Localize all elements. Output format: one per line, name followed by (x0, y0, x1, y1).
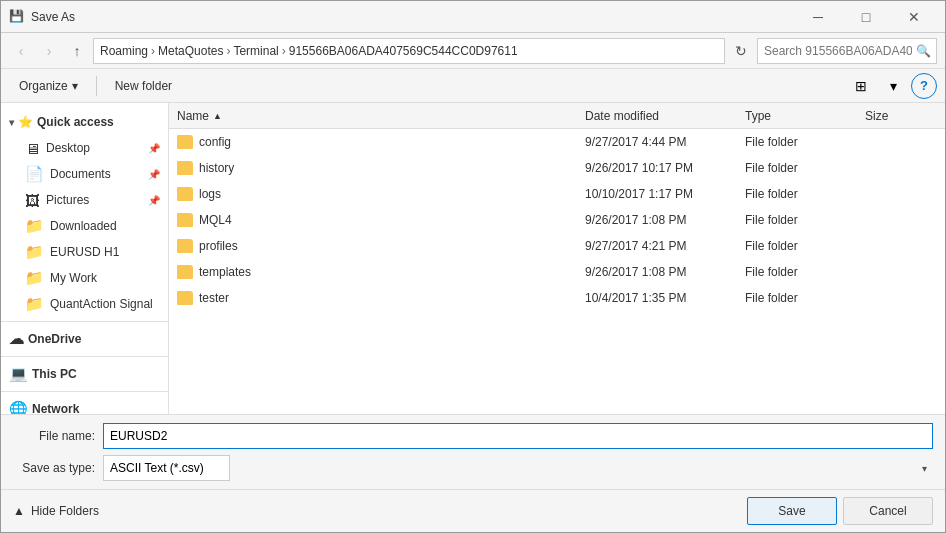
sidebar-item-thispc[interactable]: 💻 This PC (1, 361, 168, 387)
file-name-cell: tester (173, 291, 581, 305)
desktop-icon: 🖥 (25, 140, 40, 157)
sidebar-item-downloaded[interactable]: 📁 Downloaded (1, 213, 168, 239)
cancel-label: Cancel (869, 504, 906, 518)
quick-access-icon: ⭐ (18, 115, 33, 129)
table-row[interactable]: history 9/26/2017 10:17 PM File folder (169, 155, 945, 181)
quantaction-icon: 📁 (25, 295, 44, 313)
path-segment-metaquotes[interactable]: MetaQuotes (158, 44, 223, 58)
table-row[interactable]: config 9/27/2017 4:44 PM File folder (169, 129, 945, 155)
close-button[interactable]: ✕ (891, 3, 937, 31)
table-row[interactable]: templates 9/26/2017 1:08 PM File folder (169, 259, 945, 285)
pictures-icon: 🖼 (25, 192, 40, 209)
sidebar-divider-1 (1, 321, 168, 322)
filetype-select[interactable]: ASCII Text (*.csv) (103, 455, 230, 481)
folder-icon (177, 265, 193, 279)
downloaded-label: Downloaded (50, 219, 117, 233)
file-list-area: Name ▲ Date modified Type Size config (169, 103, 945, 414)
title-bar: 💾 Save As ─ □ ✕ (1, 1, 945, 33)
col-header-size[interactable]: Size (861, 103, 941, 128)
sidebar-item-network[interactable]: 🌐 Network (1, 396, 168, 414)
dialog-icon: 💾 (9, 9, 25, 25)
sidebar-item-eurusd[interactable]: 📁 EURUSD H1 (1, 239, 168, 265)
up-button[interactable]: ↑ (65, 39, 89, 63)
pictures-pin-icon: 📌 (148, 195, 160, 206)
folder-icon (177, 213, 193, 227)
file-name-cell: logs (173, 187, 581, 201)
sidebar-divider-2 (1, 356, 168, 357)
file-type-cell: File folder (741, 265, 861, 279)
sidebar-item-onedrive[interactable]: ☁ OneDrive (1, 326, 168, 352)
eurusd-icon: 📁 (25, 243, 44, 261)
organize-label: Organize (19, 79, 68, 93)
sidebar-item-documents[interactable]: 📄 Documents 📌 (1, 161, 168, 187)
file-type-cell: File folder (741, 239, 861, 253)
sidebar-item-mywork[interactable]: 📁 My Work (1, 265, 168, 291)
table-row[interactable]: tester 10/4/2017 1:35 PM File folder (169, 285, 945, 311)
save-button[interactable]: Save (747, 497, 837, 525)
save-label: Save (778, 504, 805, 518)
help-button[interactable]: ? (911, 73, 937, 99)
col-header-type[interactable]: Type (741, 103, 861, 128)
filetype-wrapper: ASCII Text (*.csv) ▾ (103, 455, 933, 481)
address-path[interactable]: Roaming › MetaQuotes › Terminal › 915566… (93, 38, 725, 64)
organize-button[interactable]: Organize ▾ (9, 73, 88, 99)
documents-pin-icon: 📌 (148, 169, 160, 180)
network-label: Network (32, 402, 79, 414)
sidebar-item-pictures[interactable]: 🖼 Pictures 📌 (1, 187, 168, 213)
hide-folders-bar[interactable]: ▲ Hide Folders (13, 496, 99, 526)
select-arrow-icon: ▾ (922, 463, 927, 474)
save-as-dialog: 💾 Save As ─ □ ✕ ‹ › ↑ Roaming › MetaQuot… (0, 0, 946, 533)
view-dropdown-button[interactable]: ▾ (879, 73, 907, 99)
view-toggle-button[interactable]: ⊞ (847, 73, 875, 99)
folder-icon (177, 135, 193, 149)
minimize-button[interactable]: ─ (795, 3, 841, 31)
forward-button[interactable]: › (37, 39, 61, 63)
eurusd-label: EURUSD H1 (50, 245, 119, 259)
sidebar-section-quick-access[interactable]: ▾ ⭐ Quick access (1, 109, 168, 135)
desktop-label: Desktop (46, 141, 90, 155)
back-button[interactable]: ‹ (9, 39, 33, 63)
filename-input[interactable] (103, 423, 933, 449)
col-header-name[interactable]: Name ▲ (173, 103, 581, 128)
file-name-cell: config (173, 135, 581, 149)
refresh-button[interactable]: ↻ (729, 39, 753, 63)
table-row[interactable]: logs 10/10/2017 1:17 PM File folder (169, 181, 945, 207)
path-segment-terminal[interactable]: Terminal (233, 44, 278, 58)
table-row[interactable]: MQL4 9/26/2017 1:08 PM File folder (169, 207, 945, 233)
toolbar: Organize ▾ New folder ⊞ ▾ ? (1, 69, 945, 103)
path-segment-roaming[interactable]: Roaming (100, 44, 148, 58)
quantaction-label: QuantAction Signal (50, 297, 153, 311)
downloaded-icon: 📁 (25, 217, 44, 235)
file-type-cell: File folder (741, 161, 861, 175)
file-date-cell: 10/4/2017 1:35 PM (581, 291, 741, 305)
sidebar: ▾ ⭐ Quick access 🖥 Desktop 📌 📄 Documents… (1, 103, 169, 414)
toolbar-right: ⊞ ▾ ? (847, 73, 937, 99)
file-date-cell: 9/26/2017 10:17 PM (581, 161, 741, 175)
folder-icon (177, 239, 193, 253)
table-row[interactable]: profiles 9/27/2017 4:21 PM File folder (169, 233, 945, 259)
hide-folders-label: Hide Folders (31, 504, 99, 518)
thispc-icon: 💻 (9, 365, 28, 383)
sidebar-item-quantaction[interactable]: 📁 QuantAction Signal (1, 291, 168, 317)
filename-label: File name: (13, 429, 103, 443)
documents-label: Documents (50, 167, 111, 181)
mywork-label: My Work (50, 271, 97, 285)
col-header-date[interactable]: Date modified (581, 103, 741, 128)
folder-icon (177, 187, 193, 201)
file-list: config 9/27/2017 4:44 PM File folder his… (169, 129, 945, 414)
file-list-header: Name ▲ Date modified Type Size (169, 103, 945, 129)
new-folder-button[interactable]: New folder (105, 73, 182, 99)
folder-icon (177, 291, 193, 305)
sidebar-item-desktop[interactable]: 🖥 Desktop 📌 (1, 135, 168, 161)
file-type-cell: File folder (741, 213, 861, 227)
path-segment-folder[interactable]: 915566BA06ADA407569C544CC0D97611 (289, 44, 518, 58)
cancel-button[interactable]: Cancel (843, 497, 933, 525)
new-folder-label: New folder (115, 79, 172, 93)
filetype-row: Save as type: ASCII Text (*.csv) ▾ (13, 455, 933, 481)
maximize-button[interactable]: □ (843, 3, 889, 31)
hide-folders-chevron: ▲ (13, 504, 25, 518)
quick-access-chevron: ▾ (9, 117, 14, 128)
file-type-cell: File folder (741, 187, 861, 201)
address-bar: ‹ › ↑ Roaming › MetaQuotes › Terminal › … (1, 33, 945, 69)
search-input[interactable] (757, 38, 937, 64)
